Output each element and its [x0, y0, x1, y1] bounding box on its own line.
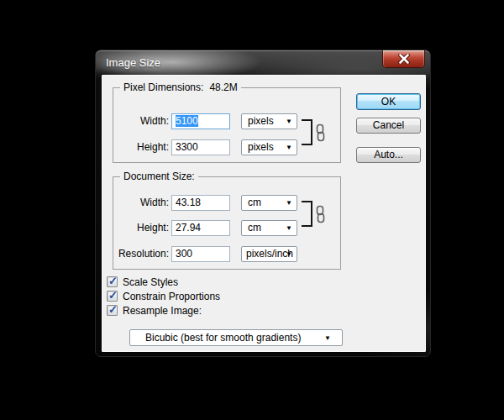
pixel-dimensions-legend: Pixel Dimensions:48.2M [120, 81, 241, 93]
pixel-dimensions-size-value: 48.2M [209, 81, 237, 93]
constrain-proportions-checkbox[interactable]: ✓ [107, 291, 118, 302]
pixel-height-value: 3300 [176, 141, 198, 153]
resample-image-checkbox[interactable]: ✓ [107, 305, 118, 316]
document-height-value: 27.94 [176, 222, 201, 234]
check-icon: ✓ [108, 275, 118, 287]
desktop-background: Image Size Pixel Dimensions:48.2M Width:… [0, 0, 504, 420]
auto-button[interactable]: Auto... [356, 147, 421, 163]
dropdown-arrow-icon: ▼ [286, 250, 292, 259]
document-width-unit-dropdown[interactable]: cm ▼ [241, 195, 297, 211]
dropdown-arrow-icon: ▼ [286, 224, 292, 233]
document-size-legend-label: Document Size: [123, 171, 195, 182]
check-icon: ✓ [108, 289, 118, 302]
close-icon [398, 54, 410, 64]
constrain-proportions-label[interactable]: Constrain Proportions [123, 291, 220, 302]
resample-image-label[interactable]: Resample Image: [123, 305, 202, 317]
pixel-width-unit-value: pixels [242, 115, 274, 127]
pixel-dimensions-legend-label: Pixel Dimensions: [123, 81, 203, 93]
pixel-link-bracket [302, 119, 312, 145]
resolution-unit-dropdown[interactable]: pixels/inch ▼ [241, 246, 297, 262]
document-width-input[interactable]: 43.18 [171, 195, 230, 211]
document-size-legend: Document Size: [120, 171, 198, 182]
pixel-width-label: Width: [113, 115, 169, 127]
pixel-width-input[interactable]: 5100 [171, 113, 230, 129]
pixel-height-unit-value: pixels [242, 141, 274, 153]
document-width-unit-value: cm [242, 197, 261, 208]
dialog-titlebar[interactable]: Image Size [96, 50, 430, 76]
pixel-width-value: 5100 [176, 115, 198, 127]
resolution-row: Resolution: 300 pixels/inch ▼ [113, 246, 340, 262]
dialog-client-area: Pixel Dimensions:48.2M Width: 5100 pixel… [102, 75, 426, 352]
pixel-height-input[interactable]: 3300 [171, 139, 230, 155]
document-width-value: 43.18 [176, 197, 201, 208]
close-button[interactable] [382, 50, 425, 68]
resolution-label: Resolution: [113, 248, 169, 260]
resample-method-value: Bicubic (best for smooth gradients) [130, 332, 301, 344]
document-height-label: Height: [113, 222, 169, 234]
resolution-input[interactable]: 300 [171, 246, 230, 262]
document-height-input[interactable]: 27.94 [171, 220, 230, 236]
pixel-height-label: Height: [113, 141, 169, 153]
scale-styles-checkbox[interactable]: ✓ [107, 276, 118, 287]
pixel-height-unit-dropdown[interactable]: pixels ▼ [241, 139, 297, 155]
dropdown-arrow-icon: ▼ [286, 199, 292, 207]
document-height-unit-value: cm [242, 222, 261, 234]
ok-button[interactable]: OK [356, 93, 421, 110]
cancel-button[interactable]: Cancel [356, 118, 421, 134]
resample-method-dropdown[interactable]: Bicubic (best for smooth gradients) ▼ [129, 329, 343, 346]
check-icon: ✓ [108, 303, 118, 316]
dropdown-arrow-icon: ▼ [286, 144, 292, 152]
document-width-label: Width: [113, 197, 169, 208]
document-link-bracket [302, 201, 312, 227]
resolution-value: 300 [176, 248, 192, 260]
document-height-unit-dropdown[interactable]: cm ▼ [241, 220, 297, 236]
dropdown-arrow-icon: ▼ [324, 334, 331, 343]
pixel-width-unit-dropdown[interactable]: pixels ▼ [241, 113, 297, 129]
dropdown-arrow-icon: ▼ [286, 118, 292, 126]
scale-styles-label[interactable]: Scale Styles [123, 276, 178, 288]
document-chain-link-icon [315, 205, 326, 223]
pixel-chain-link-icon [315, 123, 326, 142]
image-size-dialog: Image Size Pixel Dimensions:48.2M Width:… [95, 50, 431, 357]
dialog-title: Image Size [106, 56, 160, 69]
